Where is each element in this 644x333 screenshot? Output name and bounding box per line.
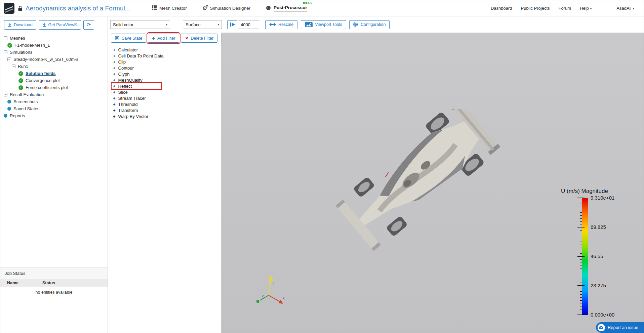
legend-tick bbox=[577, 227, 585, 227]
filter-panel-buttons: Save State + Add Filter ✕ Delete Filter bbox=[108, 33, 221, 45]
save-state-button[interactable]: Save State bbox=[111, 34, 146, 43]
tree-item-result-evaluation[interactable]: − Result Evaluation bbox=[0, 91, 108, 98]
tree-item-meshes[interactable]: − Meshes bbox=[0, 35, 108, 42]
gears-icon: ⚙⚙ bbox=[202, 6, 207, 11]
filter-item-transform[interactable]: +Transform bbox=[113, 107, 221, 113]
viewport-tools-label: Viewport Tools bbox=[315, 22, 342, 27]
nav-dashboard[interactable]: Dashboard bbox=[491, 6, 512, 11]
legend-title: U (m/s) Magnitude bbox=[561, 188, 608, 195]
filter-label: Stream Tracer bbox=[118, 96, 146, 101]
tab-mesh-creator-label: Mesh Creator bbox=[159, 6, 187, 11]
configuration-button[interactable]: Configuration bbox=[349, 20, 390, 29]
plus-icon: + bbox=[113, 72, 116, 76]
collapse-icon[interactable]: − bbox=[12, 65, 15, 68]
tab-mesh-creator[interactable]: Mesh Creator bbox=[152, 5, 187, 11]
tree-label-selected: Solution fields bbox=[26, 71, 56, 76]
rescale-label: Rescale bbox=[278, 22, 293, 27]
tab-simulation-designer-label: Simulation Designer bbox=[210, 6, 250, 11]
tree-item-simulation-run[interactable]: − Steady-Incomp-K_w_SST_60m-s bbox=[0, 56, 108, 63]
rescale-button[interactable]: Rescale bbox=[265, 20, 297, 29]
job-status-title: Job Status bbox=[0, 268, 108, 279]
add-filter-label: Add Filter bbox=[157, 36, 175, 41]
app-logo[interactable] bbox=[4, 3, 14, 14]
color-legend[interactable]: U (m/s) Magnitude 9.310e+01 69.825 46.55… bbox=[542, 188, 643, 333]
tree-label: Reports bbox=[10, 113, 25, 118]
get-paraview-button[interactable]: Get ParaView® bbox=[39, 20, 81, 30]
collapse-icon[interactable]: − bbox=[4, 93, 7, 96]
download-button[interactable]: Download bbox=[4, 20, 36, 30]
tree-item-screenshots[interactable]: Screenshots bbox=[0, 98, 108, 105]
top-bar: Aerodynamics analysis of a Formul... Mes… bbox=[0, 0, 644, 16]
tree-item-solution-fields[interactable]: ✓ Solution fields bbox=[0, 70, 108, 77]
filter-item-calculator[interactable]: +Calculator bbox=[113, 47, 221, 53]
rescale-icon bbox=[269, 23, 276, 27]
viewport-tools-button[interactable]: Viewport Tools bbox=[301, 20, 346, 29]
user-menu[interactable]: AsadAli▾ bbox=[616, 6, 634, 11]
tree-item-convergence-plot[interactable]: ✓ Convergence plot bbox=[0, 77, 108, 84]
color-mode-select[interactable]: Solid color ▾ bbox=[110, 20, 170, 29]
report-issue-button[interactable]: Report an issue bbox=[596, 322, 644, 333]
nav-public-projects[interactable]: Public Projects bbox=[521, 6, 550, 11]
filter-item-contour[interactable]: +Contour bbox=[113, 65, 221, 71]
tab-post-processor[interactable]: Post-Processor BETA bbox=[266, 5, 307, 11]
tree-item-run1[interactable]: − Run1 bbox=[0, 63, 108, 70]
add-filter-button[interactable]: + Add Filter bbox=[148, 34, 179, 43]
f1-car-model[interactable] bbox=[332, 109, 507, 264]
collapse-icon[interactable]: − bbox=[4, 50, 7, 54]
representation-select[interactable]: Surface ▾ bbox=[183, 20, 222, 29]
plus-icon: + bbox=[113, 60, 116, 64]
filter-label: Threshold bbox=[118, 102, 138, 107]
download-button-label: Download bbox=[14, 23, 33, 27]
nav-forum[interactable]: Forum bbox=[559, 6, 571, 11]
filter-label: MeshQuality bbox=[118, 78, 143, 83]
nav-help-label: Help bbox=[580, 6, 589, 11]
plus-icon: + bbox=[113, 114, 116, 119]
tree-item-saved-states[interactable]: Saved States bbox=[0, 105, 108, 112]
delete-filter-button[interactable]: ✕ Delete Filter bbox=[181, 34, 217, 43]
filter-label: Clip bbox=[118, 59, 126, 65]
tab-simulation-designer[interactable]: ⚙⚙ Simulation Designer bbox=[202, 6, 250, 11]
mesh-creator-icon bbox=[152, 5, 157, 11]
check-icon: ✓ bbox=[7, 43, 12, 48]
configuration-icon bbox=[353, 22, 358, 27]
filter-item-threshold[interactable]: +Threshold bbox=[113, 101, 221, 107]
collapse-icon[interactable]: − bbox=[7, 57, 11, 61]
save-state-label: Save State bbox=[122, 36, 142, 41]
filter-item-warp-by-vector[interactable]: +Warp By Vector bbox=[113, 113, 221, 119]
tree-item-simulations[interactable]: − Simulations bbox=[0, 49, 108, 56]
chevron-down-icon: ▾ bbox=[166, 23, 167, 26]
header-nav: Dashboard Public Projects Forum Help▾ bbox=[491, 6, 592, 11]
close-icon: ✕ bbox=[185, 36, 188, 41]
filter-item-reflect[interactable]: +Reflect bbox=[111, 82, 162, 90]
filter-item-stream-tracer[interactable]: +Stream Tracer bbox=[113, 95, 221, 101]
render-viewport[interactable]: x y z U (m/s) Magnitude 9.310e+01 bbox=[222, 33, 644, 333]
tree-item-force-coefficients-plot[interactable]: ✓ Force coefficients plot bbox=[0, 84, 108, 91]
plus-icon: + bbox=[113, 96, 116, 100]
frame-input[interactable] bbox=[238, 20, 259, 29]
refresh-button[interactable]: ⟳ bbox=[83, 20, 94, 30]
chevron-down-icon: ▾ bbox=[217, 23, 219, 26]
color-mode-value: Solid color bbox=[113, 22, 133, 27]
filter-item-clip[interactable]: +Clip bbox=[113, 59, 221, 65]
legend-tick bbox=[577, 315, 585, 315]
job-status-empty-message: no entities available bbox=[0, 287, 108, 295]
check-icon: ✓ bbox=[18, 71, 23, 76]
filter-item-cell-data-to-point-data[interactable]: +Cell Data To Point Data bbox=[113, 53, 221, 59]
tree-item-reports[interactable]: Reports bbox=[0, 112, 108, 119]
project-tree: − Meshes ✓ F1-model-Mesh_1 − Simulations… bbox=[0, 34, 108, 267]
tree-item-f1-model-mesh[interactable]: ✓ F1-model-Mesh_1 bbox=[0, 42, 108, 49]
play-button[interactable] bbox=[227, 20, 237, 29]
filter-item-meshquality[interactable]: +MeshQuality bbox=[113, 77, 221, 83]
collapse-icon[interactable]: − bbox=[4, 36, 7, 40]
nav-help[interactable]: Help▾ bbox=[580, 6, 592, 11]
tree-label: Simulations bbox=[10, 50, 32, 55]
filter-item-glyph[interactable]: +Glyph bbox=[113, 71, 221, 77]
download-icon bbox=[8, 23, 12, 27]
check-icon: ✓ bbox=[18, 78, 23, 83]
filter-item-slice[interactable]: +Slice bbox=[113, 89, 221, 95]
tab-post-processor-label: Post-Processor bbox=[274, 5, 307, 11]
legend-tick bbox=[577, 285, 585, 286]
filter-list: +Calculator +Cell Data To Point Data +Cl… bbox=[108, 45, 221, 119]
tree-label: Screenshots bbox=[13, 99, 38, 104]
axis-x-label: x bbox=[283, 296, 285, 300]
